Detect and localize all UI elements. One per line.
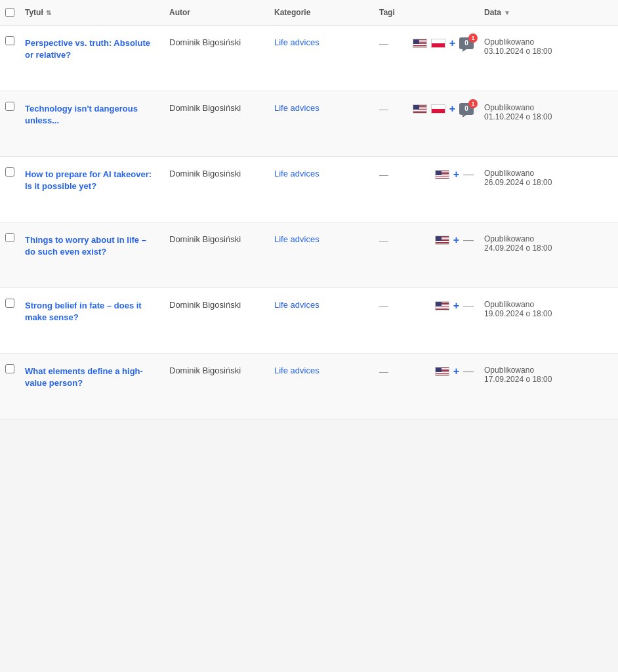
published-date: 01.10.2024 o 18:00 — [484, 112, 552, 121]
no-translation-dash: — — [463, 300, 474, 312]
author-cell: Dominik Bigosiński — [164, 232, 269, 247]
date-cell: Opublikowano26.09.2024 o 18:00 — [479, 166, 558, 190]
post-title-link[interactable]: Technology isn't dangerous unless... — [25, 103, 159, 127]
category-link[interactable]: Life advices — [274, 234, 319, 244]
table-header: Tytuł ⇅ Autor Kategorie Tagi Data ▼ — [0, 0, 618, 26]
category-link[interactable]: Life advices — [274, 103, 319, 113]
post-title-link[interactable]: Perspective vs. truth: Absolute or relat… — [25, 37, 159, 61]
author-name: Dominik Bigosiński — [169, 37, 241, 47]
tags-value: — — [379, 104, 388, 114]
title-cell: Things to worry about in life – do such … — [20, 232, 164, 261]
table-row: Technology isn't dangerous unless...Domi… — [0, 91, 618, 157]
post-title-link[interactable]: Things to worry about in life – do such … — [25, 234, 159, 258]
tags-flags-cell: —+— — [374, 232, 479, 249]
post-title-link[interactable]: Strong belief in fate – does it make sen… — [25, 300, 159, 324]
tags-flags-cell: —+— — [374, 363, 479, 380]
no-translation-dash: — — [463, 366, 474, 377]
table-row: Things to worry about in life – do such … — [0, 222, 618, 288]
table-row: Perspective vs. truth: Absolute or relat… — [0, 26, 618, 91]
published-label: Opublikowano — [484, 37, 552, 47]
author-cell: Dominik Bigosiński — [164, 363, 269, 378]
author-cell: Dominik Bigosiński — [164, 297, 269, 312]
category-cell: Life advices — [269, 232, 374, 247]
add-translation-button[interactable]: + — [453, 235, 459, 245]
date-cell: Opublikowano24.09.2024 o 18:00 — [479, 232, 558, 255]
published-date: 26.09.2024 o 18:00 — [484, 178, 552, 187]
category-link[interactable]: Life advices — [274, 37, 319, 47]
table-row: Strong belief in fate – does it make sen… — [0, 288, 618, 354]
us-flag-icon[interactable] — [435, 301, 449, 310]
category-cell: Life advices — [269, 35, 374, 50]
published-date: 17.09.2024 o 18:00 — [484, 375, 552, 384]
comment-count: 0 — [464, 105, 468, 112]
table-body: Perspective vs. truth: Absolute or relat… — [0, 26, 618, 419]
pl-flag-icon[interactable] — [431, 39, 445, 48]
published-date: 03.10.2024 o 18:00 — [484, 47, 552, 56]
published-label: Opublikowano — [484, 103, 552, 112]
tags-value: — — [379, 38, 388, 49]
add-translation-button[interactable]: + — [453, 169, 459, 180]
posts-table: Tytuł ⇅ Autor Kategorie Tagi Data ▼ Pers… — [0, 0, 618, 419]
tags-value: — — [379, 169, 388, 180]
pl-flag-icon[interactable] — [431, 104, 445, 114]
author-name: Dominik Bigosiński — [169, 169, 241, 178]
post-title-link[interactable]: How to prepare for AI takeover: Is it po… — [25, 169, 159, 192]
add-translation-button[interactable]: + — [449, 38, 455, 49]
author-name: Dominik Bigosiński — [169, 300, 241, 310]
author-cell: Dominik Bigosiński — [164, 100, 269, 116]
date-cell: Opublikowano17.09.2024 o 18:00 — [479, 363, 558, 387]
post-title-link[interactable]: What elements define a high-value person… — [25, 366, 159, 389]
category-link[interactable]: Life advices — [274, 366, 319, 375]
author-cell: Dominik Bigosiński — [164, 166, 269, 181]
category-col-header[interactable]: Kategorie — [269, 5, 374, 20]
select-all-checkbox-col[interactable] — [0, 5, 20, 20]
comment-count: 0 — [464, 39, 468, 47]
comment-badge[interactable]: 01 — [459, 37, 474, 49]
no-translation-dash: — — [463, 234, 474, 246]
tags-value: — — [379, 235, 388, 245]
comment-badge[interactable]: 01 — [459, 103, 474, 115]
tags-flags-cell: —+01 — [374, 35, 479, 52]
table-row: How to prepare for AI takeover: Is it po… — [0, 157, 618, 222]
us-flag-icon[interactable] — [413, 39, 427, 48]
date-col-label: Data — [484, 8, 501, 17]
category-link[interactable]: Life advices — [274, 300, 319, 310]
notification-badge: 1 — [468, 99, 478, 108]
row-checkbox[interactable] — [5, 364, 14, 373]
title-cell: What elements define a high-value person… — [20, 363, 164, 392]
select-all-checkbox[interactable] — [5, 8, 14, 17]
tags-flags-cell: —+01 — [374, 100, 479, 117]
us-flag-icon[interactable] — [413, 104, 427, 114]
author-col-header[interactable]: Autor — [164, 5, 269, 20]
tags-flags-cell: —+— — [374, 166, 479, 183]
category-col-label: Kategorie — [274, 8, 310, 17]
notification-badge: 1 — [468, 33, 478, 43]
tags-col-header[interactable]: Tagi — [374, 5, 479, 20]
us-flag-icon[interactable] — [435, 367, 449, 376]
row-checkbox[interactable] — [5, 102, 14, 111]
date-cell: Opublikowano03.10.2024 o 18:00 — [479, 35, 558, 58]
row-checkbox[interactable] — [5, 36, 14, 45]
us-flag-icon[interactable] — [435, 170, 449, 179]
add-translation-button[interactable]: + — [449, 104, 455, 114]
no-translation-dash: — — [463, 169, 474, 180]
row-checkbox-cell — [0, 166, 20, 179]
us-flag-icon[interactable] — [435, 236, 449, 245]
tags-col-label: Tagi — [379, 8, 395, 17]
date-col-header[interactable]: Data ▼ — [479, 5, 558, 20]
title-col-header[interactable]: Tytuł ⇅ — [20, 5, 164, 20]
row-checkbox[interactable] — [5, 167, 14, 177]
tags-value: — — [379, 301, 388, 311]
date-cell: Opublikowano19.09.2024 o 18:00 — [479, 297, 558, 321]
title-cell: How to prepare for AI takeover: Is it po… — [20, 166, 164, 195]
published-label: Opublikowano — [484, 169, 552, 178]
add-translation-button[interactable]: + — [453, 301, 459, 311]
row-checkbox-cell — [0, 363, 20, 376]
add-translation-button[interactable]: + — [453, 366, 459, 377]
title-cell: Strong belief in fate – does it make sen… — [20, 297, 164, 326]
row-checkbox[interactable] — [5, 233, 14, 242]
author-name: Dominik Bigosiński — [169, 366, 241, 375]
row-checkbox[interactable] — [5, 299, 14, 308]
category-link[interactable]: Life advices — [274, 169, 319, 178]
title-cell: Perspective vs. truth: Absolute or relat… — [20, 35, 164, 64]
